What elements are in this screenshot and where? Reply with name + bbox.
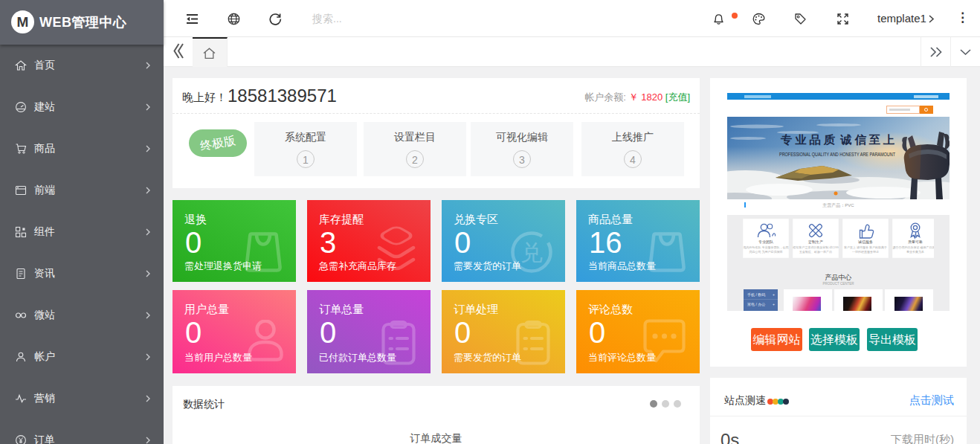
- svg-text:PROFESSIONAL QUALITY AND HONES: PROFESSIONAL QUALITY AND HONESTY ARE PAR…: [779, 151, 895, 158]
- svg-text:质量可靠: 质量可靠: [908, 239, 923, 244]
- svg-text:源自自然的品质保证 确保产品质量: 源自自然的品质保证 确保产品质量: [892, 245, 934, 249]
- svg-text:诚信服务: 诚信服务: [858, 239, 873, 245]
- svg-text:专 业 品 质 诚 信 至 上: 专 业 品 质 诚 信 至 上: [780, 133, 894, 146]
- svg-text:定制生产: 定制生产: [808, 239, 823, 245]
- svg-text:专业团队: 专业团队: [758, 239, 774, 245]
- svg-text:兑: 兑: [520, 240, 543, 265]
